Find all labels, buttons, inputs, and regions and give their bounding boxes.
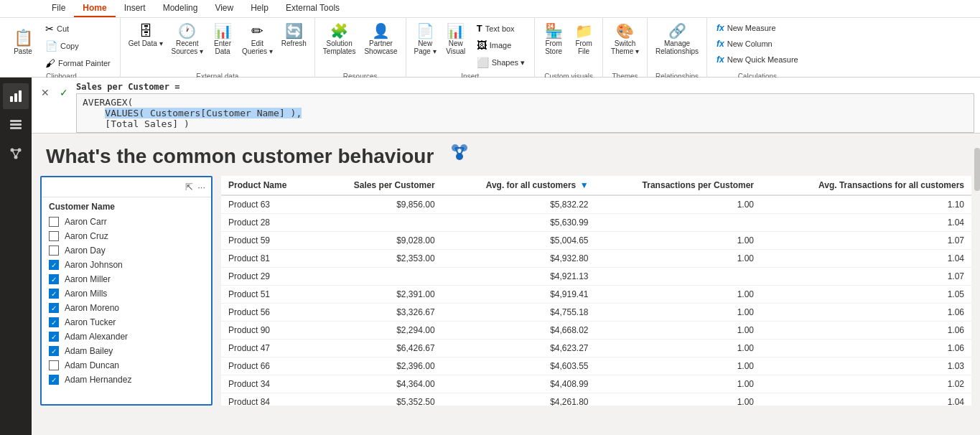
manage-relationships-icon: 🔗 — [668, 24, 686, 38]
slicer-item-label: Aaron Day — [65, 245, 106, 256]
paste-button[interactable]: 📋 Paste — [7, 21, 39, 64]
ribbon-group-relationships: 🔗 ManageRelationships Relationships — [648, 18, 707, 83]
get-data-button[interactable]: 🗄 Get Data ▾ — [125, 21, 167, 50]
text-box-button[interactable]: T Text box — [472, 21, 530, 36]
slicer-item[interactable]: ✓Adam Bailey — [42, 344, 211, 358]
slicer-item[interactable]: Aaron Cruz — [42, 229, 211, 243]
manage-relationships-button[interactable]: 🔗 ManageRelationships — [652, 21, 702, 58]
nav-model[interactable] — [3, 141, 29, 167]
slicer-checkbox[interactable]: ✓ — [49, 332, 59, 342]
table-cell: $5,004.65 — [442, 232, 596, 250]
new-quick-measure-icon: fx — [717, 55, 724, 65]
new-quick-measure-button[interactable]: fx New Quick Measure — [711, 52, 803, 67]
slicer-expand-icon[interactable]: ⇱ — [185, 182, 193, 192]
from-store-button[interactable]: 🏪 FromStore — [539, 21, 568, 58]
data-table: Product Name Sales per Customer Avg. for… — [221, 176, 971, 406]
scrollbar-track[interactable] — [974, 134, 980, 435]
formula-confirm-button[interactable]: ✓ — [56, 85, 72, 100]
formula-cancel-button[interactable]: ✕ — [37, 85, 53, 100]
slicer-checkbox[interactable]: ✓ — [49, 260, 59, 270]
copy-button[interactable]: 📄 Copy — [40, 38, 116, 54]
switch-theme-button[interactable]: 🎨 SwitchTheme ▾ — [607, 21, 643, 58]
table-row[interactable]: Product 28$5,630.991.04 — [221, 214, 971, 232]
scrollbar-thumb[interactable] — [974, 148, 980, 191]
col-transactions-per-customer[interactable]: Transactions per Customer — [596, 176, 761, 195]
tab-view[interactable]: View — [206, 0, 242, 17]
slicer-item[interactable]: ✓Adam Alexander — [42, 329, 211, 344]
shapes-button[interactable]: ⬜ Shapes ▾ — [472, 55, 530, 70]
new-column-button[interactable]: fx New Column — [711, 37, 778, 51]
new-page-button[interactable]: 📄 NewPage ▾ — [411, 21, 440, 58]
tab-file[interactable]: File — [43, 0, 74, 17]
recent-sources-button[interactable]: 🕐 RecentSources ▾ — [168, 21, 207, 58]
edit-queries-button[interactable]: ✏ EditQueries ▾ — [238, 21, 276, 58]
slicer-checkbox[interactable]: ✓ — [49, 303, 59, 313]
table-row[interactable]: Product 51$2,391.00$4,919.411.001.05 — [221, 286, 971, 304]
slicer-item[interactable]: ✓Aaron Mills — [42, 286, 211, 301]
refresh-button[interactable]: 🔄 Refresh — [278, 21, 310, 50]
nav-data[interactable] — [3, 112, 29, 138]
from-file-button[interactable]: 📁 FromFile — [569, 21, 598, 58]
table-row[interactable]: Product 34$4,364.00$4,408.991.001.02 — [221, 375, 971, 393]
ribbon-group-themes: 🎨 SwitchTheme ▾ Themes — [603, 18, 648, 83]
table-cell: $4,603.55 — [442, 357, 596, 375]
slicer-item[interactable]: ✓Aaron Miller — [42, 272, 211, 286]
table-cell: $5,352.50 — [317, 393, 442, 406]
solution-templates-button[interactable]: 🧩 SolutionTemplates — [319, 21, 360, 58]
table-row[interactable]: Product 47$6,426.67$4,623.271.001.06 — [221, 340, 971, 357]
new-measure-button[interactable]: fx New Measure — [711, 21, 781, 35]
tab-home[interactable]: Home — [74, 0, 115, 17]
slicer-item[interactable]: ✓Adam Hernandez — [42, 373, 211, 387]
tab-external-tools[interactable]: External Tools — [277, 0, 348, 17]
nav-report[interactable] — [3, 83, 29, 109]
slicer-more-icon[interactable]: ··· — [197, 182, 205, 192]
formula-editor[interactable]: AVERAGEX( VALUES( Customers[Customer Nam… — [76, 93, 974, 133]
table-row[interactable]: Product 63$9,856.00$5,832.221.001.10 — [221, 195, 971, 214]
table-cell: Product 56 — [221, 304, 317, 322]
slicer-checkbox[interactable]: ✓ — [49, 375, 59, 385]
tab-modeling[interactable]: Modeling — [154, 0, 207, 17]
table-cell: $5,630.99 — [442, 214, 596, 232]
col-avg-transactions-all[interactable]: Avg. Transactions for all customers — [761, 176, 971, 195]
col-product-name[interactable]: Product Name — [221, 176, 317, 195]
slicer-item[interactable]: ✓Aaron Moreno — [42, 301, 211, 315]
tab-insert[interactable]: Insert — [116, 0, 154, 17]
slicer-item[interactable]: ✓Aaron Johnson — [42, 258, 211, 272]
table-row[interactable]: Product 81$2,353.00$4,932.801.001.04 — [221, 250, 971, 268]
slicer-checkbox[interactable] — [49, 217, 59, 227]
slicer-item-label: Aaron Moreno — [65, 303, 119, 313]
slicer-item[interactable]: Adam Duncan — [42, 358, 211, 373]
table-row[interactable]: Product 59$9,028.00$5,004.651.001.07 — [221, 232, 971, 250]
table-row[interactable]: Product 90$2,294.00$4,668.021.001.06 — [221, 322, 971, 340]
partner-showcase-button[interactable]: 👤 PartnerShowcase — [360, 21, 401, 58]
format-painter-button[interactable]: 🖌 Format Painter — [40, 55, 116, 71]
slicer-checkbox[interactable]: ✓ — [49, 317, 59, 327]
slicer-item[interactable]: Aaron Day — [42, 243, 211, 258]
cut-button[interactable]: ✂ Cut — [40, 21, 116, 37]
slicer-item[interactable]: Aaron Carr — [42, 215, 211, 229]
slicer-items: Aaron CarrAaron CruzAaron Day✓Aaron John… — [42, 215, 211, 387]
slicer-checkbox[interactable]: ✓ — [49, 289, 59, 299]
slicer-checkbox[interactable] — [49, 245, 59, 256]
slicer-item[interactable]: ✓Aaron Tucker — [42, 315, 211, 329]
table-row[interactable]: Product 84$5,352.50$4,261.801.001.04 — [221, 393, 971, 406]
tab-help[interactable]: Help — [242, 0, 277, 17]
table-cell: Product 28 — [221, 214, 317, 232]
col-sales-per-customer[interactable]: Sales per Customer — [317, 176, 442, 195]
image-button[interactable]: 🖼 Image — [472, 37, 530, 53]
enter-data-button[interactable]: 📊 EnterData — [208, 21, 237, 58]
slicer-checkbox[interactable] — [49, 231, 59, 241]
slicer-item-label: Aaron Tucker — [65, 317, 116, 327]
slicer-checkbox[interactable] — [49, 360, 59, 370]
slicer-title: Customer Name — [42, 197, 211, 215]
table-row[interactable]: Product 29$4,921.131.07 — [221, 268, 971, 286]
slicer-checkbox[interactable]: ✓ — [49, 274, 59, 284]
table-cell: $4,932.80 — [442, 250, 596, 268]
table-row[interactable]: Product 56$3,326.67$4,755.181.001.06 — [221, 304, 971, 322]
table-scroll[interactable]: Product Name Sales per Customer Avg. for… — [221, 176, 971, 406]
slicer-checkbox[interactable]: ✓ — [49, 346, 59, 356]
svg-rect-4 — [10, 123, 22, 126]
table-row[interactable]: Product 66$2,396.00$4,603.551.001.03 — [221, 357, 971, 375]
new-visual-button[interactable]: 📊 NewVisual — [442, 21, 470, 58]
col-avg-all-customers[interactable]: Avg. for all customers ▼ — [442, 176, 596, 195]
